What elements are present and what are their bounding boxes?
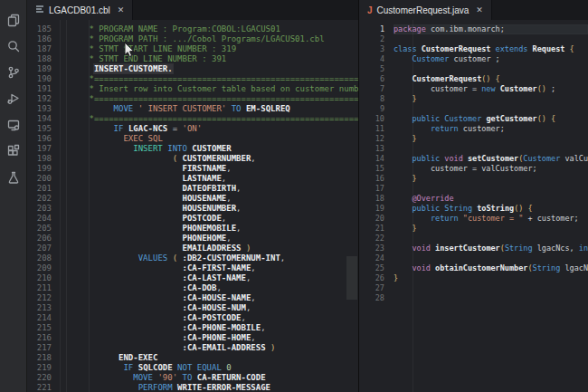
right-gutter: 1234567891011121314151617181920212223242… xyxy=(359,24,384,303)
code-line[interactable]: *=======================================… xyxy=(60,94,358,104)
explorer-button[interactable] xyxy=(0,6,27,33)
code-line[interactable]: IF LGAC-NCS = 'ON' xyxy=(60,124,358,134)
code-line[interactable]: public String toString() { xyxy=(394,204,588,214)
line-number: 6 xyxy=(359,74,384,84)
explorer-icon xyxy=(6,13,21,27)
line-number: 19 xyxy=(359,204,384,214)
code-line[interactable]: :CA-LAST-NAME, xyxy=(60,273,358,283)
cobol-code-area[interactable]: 1851861871881891901911921931941951961971… xyxy=(27,20,358,392)
code-line[interactable]: MOVE ' INSERT CUSTOMER' TO EM-SQLREQ xyxy=(60,104,358,114)
code-line[interactable] xyxy=(394,184,588,194)
line-number: 16 xyxy=(359,174,384,184)
code-line[interactable]: INSERT INTO CUSTOMER xyxy=(60,144,358,154)
code-line[interactable]: *=======================================… xyxy=(60,114,358,124)
code-line[interactable]: public Customer getCustomer() { xyxy=(394,114,588,124)
code-line[interactable]: return "customer = " + customer; xyxy=(394,214,588,224)
code-line[interactable]: Customer customer ; xyxy=(394,54,588,64)
code-line[interactable]: @Override xyxy=(394,194,588,204)
code-line[interactable]: POSTCODE, xyxy=(60,214,358,224)
code-line[interactable] xyxy=(394,34,588,44)
code-line[interactable]: DATEOFBIRTH, xyxy=(60,184,358,194)
code-line[interactable]: EXEC SQL xyxy=(60,134,358,144)
editor-group-java: J CustomerRequest.java ✕ 123456789101112… xyxy=(359,0,588,392)
code-line[interactable]: CustomerRequest() { xyxy=(394,74,588,84)
line-number: 205 xyxy=(27,224,52,234)
code-line[interactable]: * STMT START LINE NUMBER : 319 xyxy=(60,44,358,54)
tab-lgacdb01-cbl[interactable]: LGACDB01.cbl ✕ xyxy=(27,0,133,20)
code-line[interactable]: END-EXEC xyxy=(60,353,358,363)
code-line[interactable]: :CA-PHONE-HOME, xyxy=(60,333,358,343)
cobol-file-icon xyxy=(35,5,44,15)
code-line[interactable]: customer = new Customer() ; xyxy=(394,84,588,94)
run-debug-button[interactable] xyxy=(0,85,27,111)
close-icon[interactable]: ✕ xyxy=(476,5,483,14)
code-line[interactable]: customer = valCustomer; xyxy=(394,164,588,174)
line-number: 193 xyxy=(27,104,52,114)
code-line[interactable] xyxy=(394,144,588,154)
line-number: 190 xyxy=(27,74,52,84)
code-line[interactable]: *=======================================… xyxy=(60,74,358,84)
code-line[interactable]: } xyxy=(394,273,588,283)
code-line[interactable]: } xyxy=(394,94,588,104)
source-control-button[interactable] xyxy=(0,59,27,85)
line-number: 3 xyxy=(359,44,384,54)
code-line[interactable] xyxy=(394,64,588,74)
code-line[interactable]: PHONEHOME, xyxy=(60,234,358,244)
line-number: 197 xyxy=(27,144,52,154)
close-icon[interactable]: ✕ xyxy=(118,5,125,14)
code-line[interactable]: :CA-PHONE-MOBILE, xyxy=(60,323,358,333)
test-explorer-button[interactable] xyxy=(0,164,27,190)
line-number: 209 xyxy=(27,263,52,273)
code-line[interactable]: EMAILADDRESS ) xyxy=(60,244,358,253)
code-line[interactable]: IF SQLCODE NOT EQUAL 0 xyxy=(60,363,358,373)
code-line[interactable]: MOVE '90' TO CA-RETURN-CODE xyxy=(60,373,358,383)
code-line[interactable]: FIRSTNAME, xyxy=(60,164,358,174)
code-line[interactable]: * Insert row into Customer table based o… xyxy=(60,84,358,94)
code-line[interactable]: return customer; xyxy=(394,124,588,134)
code-line[interactable]: :CA-POSTCODE, xyxy=(60,313,358,323)
extensions-button[interactable] xyxy=(0,138,27,164)
line-number: 196 xyxy=(27,134,52,144)
code-line[interactable]: void obtainCustomerNumber(String lgacNcs… xyxy=(394,263,588,273)
code-line[interactable]: * PROGRAM PATH : .../Cobol Programs/LGAC… xyxy=(60,34,358,44)
code-line[interactable]: :CA-FIRST-NAME, xyxy=(60,263,358,273)
code-line[interactable]: } xyxy=(394,224,588,234)
code-line[interactable]: PERFORM WRITE-ERROR-MESSAGE xyxy=(60,383,358,392)
scrollbar-thumb[interactable] xyxy=(346,256,357,300)
test-explorer-icon xyxy=(6,170,21,185)
run-debug-icon xyxy=(6,91,21,106)
code-line[interactable]: HOUSENUMBER, xyxy=(60,204,358,214)
code-line[interactable] xyxy=(394,283,588,293)
code-line[interactable]: } xyxy=(394,134,588,144)
extensions-icon xyxy=(6,144,21,158)
code-line[interactable]: :CA-HOUSE-NAME, xyxy=(60,293,358,303)
code-line[interactable]: VALUES ( :DB2-CUSTOMERNUM-INT, xyxy=(60,253,358,263)
line-number: 17 xyxy=(359,184,384,194)
code-line[interactable]: * STMT END LINE NUMBER : 391 xyxy=(60,54,358,64)
code-line[interactable]: public void setCustomer(Customer valCust… xyxy=(394,154,588,164)
code-line[interactable]: PHONEMOBILE, xyxy=(60,224,358,234)
search-button[interactable] xyxy=(0,33,27,59)
code-line[interactable]: package com.ibm.monarch; xyxy=(394,24,588,34)
code-line[interactable] xyxy=(394,293,588,303)
code-line[interactable]: :CA-HOUSE-NUM, xyxy=(60,303,358,313)
code-line[interactable]: :CA-DOB, xyxy=(60,283,358,293)
code-line[interactable]: class CustomerRequest extends Request { xyxy=(394,44,588,54)
java-code-area[interactable]: 1234567891011121314151617181920212223242… xyxy=(359,20,588,303)
line-number: 202 xyxy=(27,194,52,204)
tab-customerrequest-java[interactable]: J CustomerRequest.java ✕ xyxy=(359,0,492,20)
code-line[interactable]: INSERT-CUSTOMER. xyxy=(60,64,358,74)
code-line[interactable] xyxy=(394,234,588,244)
code-line[interactable]: ( CUSTOMERNUMBER, xyxy=(60,154,358,164)
code-line[interactable] xyxy=(394,104,588,114)
code-line[interactable] xyxy=(394,253,588,263)
code-line[interactable]: :CA-EMAIL-ADDRESS ) xyxy=(60,343,358,353)
code-line[interactable]: HOUSENAME, xyxy=(60,194,358,204)
line-number: 13 xyxy=(359,144,384,154)
code-line[interactable]: void insertCustomer(String lgacNcs, int … xyxy=(394,244,588,253)
code-line[interactable]: * PROGRAM NAME : Program:COBOL:LGACUS01 xyxy=(60,24,358,34)
code-line[interactable]: LASTNAME, xyxy=(60,174,358,184)
line-number: 27 xyxy=(359,283,384,293)
code-line[interactable]: } xyxy=(394,174,588,184)
remote-explorer-button[interactable] xyxy=(0,111,27,138)
